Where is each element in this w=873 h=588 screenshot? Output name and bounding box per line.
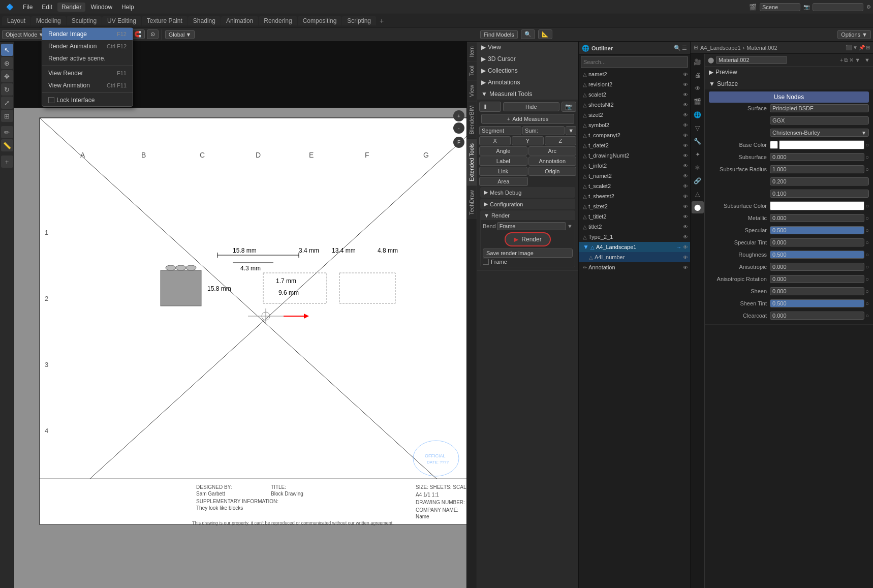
prop-icon-output[interactable]: 🖨 (692, 69, 704, 81)
eye-icon[interactable]: 👁 (683, 183, 688, 189)
area-btn[interactable]: Area (479, 177, 528, 186)
dropdown-view-animation[interactable]: View Animation Ctrl F11 (42, 79, 133, 91)
prop-icon-view[interactable]: 👁 (692, 82, 704, 95)
prop-icon-object[interactable]: ▽ (692, 122, 704, 134)
eye-icon[interactable]: 👁 (683, 163, 688, 169)
aniso-rot-value[interactable]: 0.000 (770, 275, 864, 283)
add-workspace-tab[interactable]: + (377, 16, 387, 26)
prop-menu-btn[interactable]: ⬛ (846, 45, 852, 50)
ss-color-menu[interactable]: ○ (865, 203, 869, 209)
ss-radius-value[interactable]: 1.000 (770, 165, 864, 173)
dropdown-render-animation[interactable]: Render Animation Ctrl F12 (42, 40, 133, 52)
outliner-item-a4landscape1[interactable]: ▼ △ A4_Landscape1 → 👁 (579, 242, 690, 252)
ss-radius-b-value[interactable]: 0.100 (770, 190, 869, 198)
vtab-techdraw[interactable]: TechDraw (467, 185, 477, 219)
specular-tint-menu[interactable]: ○ (865, 239, 869, 245)
rotate-tool[interactable]: ↻ (1, 83, 13, 96)
subsurface-value[interactable]: 0.000 (770, 153, 864, 161)
prop-pin-btn[interactable]: 📌 (859, 45, 865, 50)
render-button[interactable]: ▶ Render (505, 232, 550, 246)
eye-icon[interactable]: 👁 (683, 82, 688, 87)
eye-icon[interactable]: 👁 (683, 224, 688, 230)
specular-value[interactable]: 0.500 (770, 226, 864, 234)
sum-expand[interactable]: ▼ (566, 126, 576, 135)
view-section-header[interactable]: ▶ View (477, 42, 578, 53)
outliner-filter-btn[interactable]: 🔍 (674, 45, 681, 51)
tab-animation[interactable]: Animation (221, 16, 258, 25)
annotations-section-header[interactable]: ▶ Annotations (477, 77, 578, 88)
sum-selector[interactable]: Sum: (522, 126, 565, 135)
hide-btn[interactable]: Hide (503, 102, 560, 111)
prop-expand-btn[interactable]: ⊞ (866, 45, 870, 50)
subsurface-menu[interactable]: ○ (865, 154, 869, 160)
prop-icon-modifier[interactable]: 🔧 (692, 135, 704, 147)
outliner-item-namet2[interactable]: △ namet2 👁 (579, 69, 690, 79)
add-tool[interactable]: + (1, 156, 13, 168)
preview-section-header[interactable]: ▶ Preview (705, 67, 873, 78)
eye-icon[interactable]: 👁 (683, 194, 688, 199)
ss-radius-menu[interactable]: ○ (865, 166, 869, 172)
tab-rendering[interactable]: Rendering (259, 16, 297, 25)
base-color-bar[interactable] (779, 140, 864, 149)
tab-modeling[interactable]: Modeling (31, 16, 66, 25)
select-tool[interactable]: ↖ (1, 44, 13, 56)
specular-tint-value[interactable]: 0.000 (770, 238, 864, 246)
metallic-value[interactable]: 0.000 (770, 214, 864, 222)
add-measures-btn[interactable]: + Add Measures (481, 114, 574, 124)
prop-options-btn[interactable]: ▼ (853, 45, 858, 50)
mat-expand-btn[interactable]: ▼ (864, 57, 870, 63)
measureit-section-header[interactable]: ▼ MeasureIt Tools (477, 88, 578, 100)
outliner-item-scalet2[interactable]: △ scalet2 👁 (579, 89, 690, 100)
camera-btn[interactable]: 📷 (562, 102, 576, 112)
mesh-debug-header[interactable]: ▶ Mesh Debug (481, 188, 575, 197)
scale-tool[interactable]: ⤢ (1, 97, 13, 109)
mat-new-btn[interactable]: + (840, 57, 843, 64)
clearcoat-menu[interactable]: ○ (865, 313, 869, 319)
roughness-value[interactable]: 0.500 (770, 251, 864, 259)
distribution-selector[interactable]: GGX (770, 116, 869, 125)
tab-layout[interactable]: Layout (2, 16, 30, 25)
view-layer-input[interactable]: View Layer (813, 3, 863, 11)
mat-delete-btn[interactable]: ✕ (849, 57, 854, 64)
anisotropic-menu[interactable]: ○ (865, 264, 869, 270)
frame-checkbox[interactable] (483, 259, 489, 265)
tab-sculpting[interactable]: Sculpting (67, 16, 102, 25)
eye-icon[interactable]: 👁 (683, 92, 688, 98)
outliner-item-namet2b[interactable]: △ t_namet2 👁 (579, 171, 690, 181)
eye-icon[interactable]: 👁 (683, 265, 688, 270)
menu-window[interactable]: Window (86, 3, 116, 12)
vtab-item[interactable]: Item (467, 42, 477, 61)
ss-method-selector[interactable]: Christensen-Burley ▼ (770, 129, 869, 137)
outliner-item-tsheetst2[interactable]: △ t_sheetst2 👁 (579, 191, 690, 201)
breadcrumb-icon[interactable]: ⊞ (694, 44, 698, 51)
tab-shading[interactable]: Shading (188, 16, 221, 25)
eye-icon[interactable]: 👁 (683, 255, 688, 260)
collections-section-header[interactable]: ▶ Collections (477, 65, 578, 76)
cursor-tool[interactable]: ⊕ (1, 57, 13, 69)
roughness-menu[interactable]: ○ (865, 252, 869, 258)
dropdown-render-active-scene[interactable]: Render active scene. (42, 52, 133, 65)
view-options-btn[interactable]: 📐 (538, 29, 552, 39)
zoom-out-btn[interactable]: - (453, 122, 464, 134)
surface-shader-selector[interactable]: Principled BSDF (770, 104, 869, 112)
outliner-item-tscalet2[interactable]: △ t_scalet2 👁 (579, 181, 690, 191)
mat-menu-btn[interactable]: ▼ (855, 57, 860, 64)
prop-icon-material[interactable]: ⬤ (692, 201, 704, 213)
dropdown-render-image[interactable]: Render Image F12 (42, 28, 133, 40)
transform-tool[interactable]: ⊞ (1, 110, 13, 122)
annotate-tool[interactable]: ✏ (1, 126, 13, 138)
prop-icon-world[interactable]: 🌐 (692, 109, 704, 121)
anisotropic-value[interactable]: 0.000 (770, 263, 864, 271)
vtab-tool[interactable]: Tool (467, 61, 477, 80)
link-btn[interactable]: Link (479, 167, 527, 176)
save-render-btn[interactable]: Save render image (483, 249, 573, 258)
vtab-view[interactable]: View (467, 80, 477, 101)
tab-texture-paint[interactable]: Texture Paint (142, 16, 188, 25)
find-models-btn[interactable]: Find Models (480, 30, 518, 39)
options-btn[interactable]: Options ▼ (837, 30, 871, 39)
outliner-item-symbol2[interactable]: △ symbol2 👁 (579, 120, 690, 130)
outliner-item-companyt2[interactable]: △ t_companyt2 👁 (579, 130, 690, 140)
bend-expand[interactable]: ▼ (567, 223, 573, 229)
menu-blender[interactable]: 🔷 (2, 3, 18, 12)
outliner-item-type21[interactable]: △ Type_2_1 👁 (579, 232, 690, 242)
